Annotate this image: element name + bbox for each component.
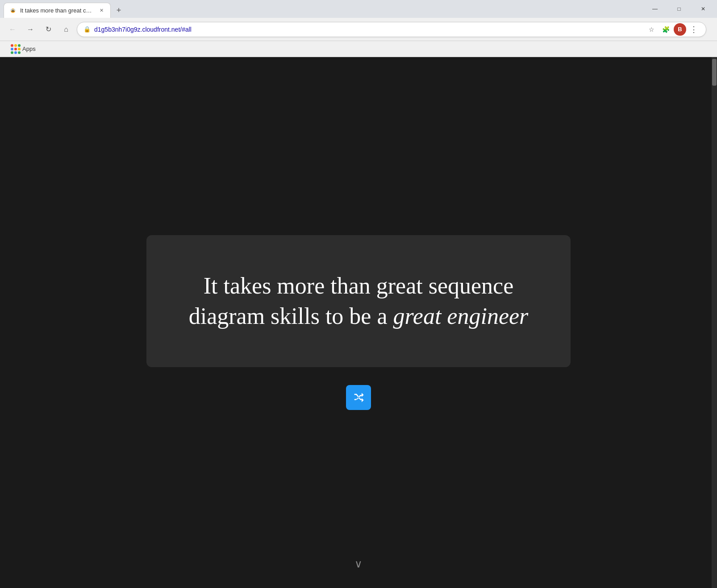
- forward-button[interactable]: →: [23, 22, 38, 37]
- main-content: It takes more than great sequence diagra…: [0, 57, 717, 588]
- window-controls: — □ ✕: [645, 2, 713, 16]
- quote-card: It takes more than great sequence diagra…: [146, 235, 571, 367]
- extensions-icon[interactable]: 🧩: [659, 23, 672, 36]
- tab-close-button[interactable]: ✕: [98, 7, 105, 14]
- active-tab[interactable]: It takes more than great code ✕: [4, 3, 111, 18]
- address-bar[interactable]: 🔒 d1g5b3nh7i0g9z.cloudfront.net/#all ☆ 🧩…: [77, 22, 706, 37]
- minimize-button[interactable]: —: [645, 2, 665, 16]
- apps-label: Apps: [22, 46, 36, 52]
- chrome-window: It takes more than great code ✕ + — □ ✕ …: [0, 0, 717, 588]
- maximize-button[interactable]: □: [669, 2, 689, 16]
- tab-bar: It takes more than great code ✕ +: [4, 0, 645, 18]
- apps-bookmark[interactable]: Apps: [7, 42, 39, 56]
- shuffle-icon: [352, 391, 365, 404]
- nav-bar: ← → ↻ ⌂ 🔒 d1g5b3nh7i0g9z.cloudfront.net/…: [0, 18, 717, 41]
- title-bar: It takes more than great code ✕ + — □ ✕: [0, 0, 717, 18]
- chevron-down-button[interactable]: ∨: [354, 558, 363, 570]
- reload-button[interactable]: ↻: [41, 22, 55, 37]
- profile-button[interactable]: B: [674, 23, 686, 36]
- address-text: d1g5b3nh7i0g9z.cloudfront.net/#all: [94, 26, 642, 33]
- scrollbar-thumb[interactable]: [712, 59, 717, 86]
- home-button[interactable]: ⌂: [59, 22, 73, 37]
- lock-icon: 🔒: [83, 26, 91, 33]
- quote-text: It takes more than great sequence diagra…: [182, 271, 535, 331]
- bookmarks-bar: Apps: [0, 41, 717, 57]
- new-tab-button[interactable]: +: [113, 4, 125, 17]
- back-button[interactable]: ←: [5, 22, 20, 37]
- address-right-icons: ☆ 🧩 B ⋮: [645, 23, 700, 36]
- shuffle-button[interactable]: [346, 385, 371, 410]
- tab-favicon: [9, 7, 17, 14]
- bookmark-star-icon[interactable]: ☆: [645, 23, 658, 36]
- svg-rect-2: [12, 11, 14, 12]
- apps-grid-icon: [11, 44, 21, 54]
- close-button[interactable]: ✕: [693, 2, 713, 16]
- tab-title: It takes more than great code: [20, 7, 94, 14]
- scrollbar[interactable]: [712, 57, 717, 588]
- chrome-menu-button[interactable]: ⋮: [688, 23, 700, 36]
